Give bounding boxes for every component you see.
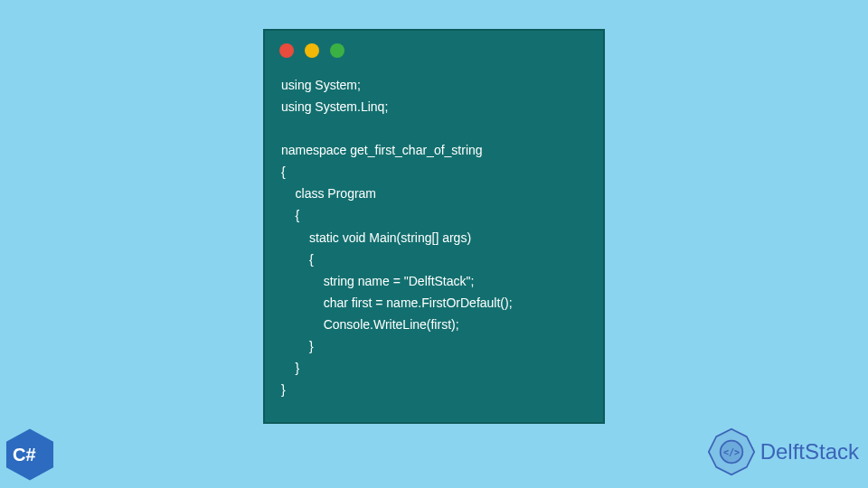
maximize-icon (330, 43, 344, 58)
svg-text:</>: </> (723, 447, 740, 457)
close-icon (279, 43, 294, 58)
traffic-lights (265, 31, 603, 65)
code-window: using System; using System.Linq; namespa… (263, 29, 605, 424)
brand-name: DelftStack (760, 439, 859, 465)
code-content: using System; using System.Linq; namespa… (265, 65, 603, 417)
brand-icon: </> (706, 427, 757, 477)
minimize-icon (305, 43, 319, 58)
brand-logo: </> DelftStack (706, 427, 859, 477)
csharp-badge: C# (2, 427, 58, 483)
csharp-label: C# (13, 445, 36, 465)
